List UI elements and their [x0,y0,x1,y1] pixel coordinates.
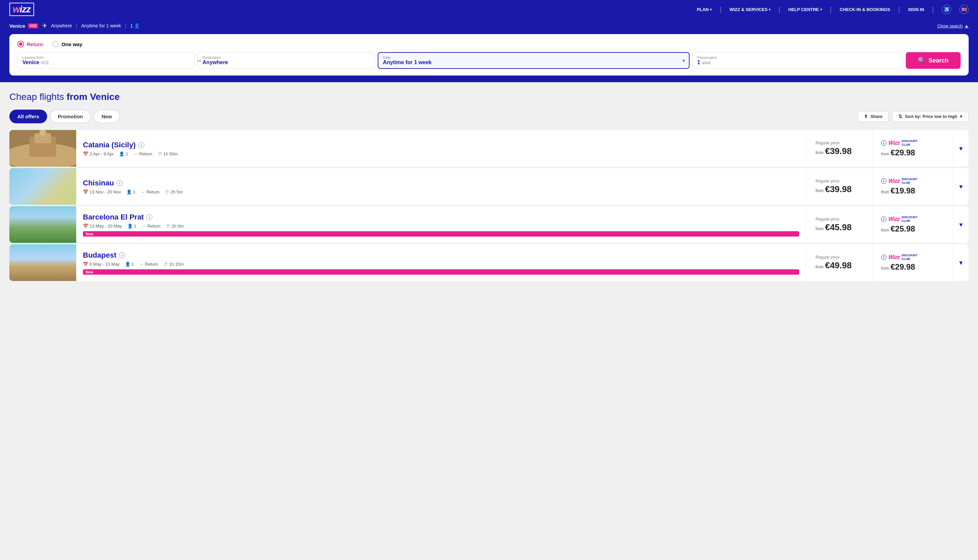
catania-regular-amount: €39.98 [825,146,852,156]
barcelona-expand-button[interactable]: ▾ [953,206,969,243]
flight-icon: ✈ [42,22,47,29]
chevron-down-icon: ▾ [959,144,963,152]
close-search-button[interactable]: Close search ▲ [937,23,969,28]
sort-chevron-icon: ▾ [960,114,962,119]
barcelona-regular-amount: €45.98 [825,222,852,232]
search-button[interactable]: 🔍 Search [906,52,961,69]
flight-info-catania: Catania (Sicily) i 📅 2 Apr - 9 Apr 👤 1 ↔… [76,130,806,167]
flight-image-chisinau [9,168,76,205]
return-icon: ↔ [142,223,146,228]
discount-info-icon[interactable]: i [881,140,886,146]
leaving-from-field[interactable]: Leaving from Venice VCE ⇒ [17,52,195,69]
tab-all-offers[interactable]: All offers [9,110,47,123]
person-icon: 👤 [127,223,133,228]
search-button-icon: 🔍 [918,57,925,64]
flight-card-chisinau: Chisinau i 📅 13 Nov - 20 Nov 👤 1 ↔ Retur… [9,168,969,205]
discount-info-icon[interactable]: i [881,217,886,222]
filter-tabs: All offers Promotion New [9,110,120,123]
sort-button[interactable]: ⇅ Sort by: Price low to high ▾ [892,111,969,122]
oneway-option[interactable]: One way [52,41,82,47]
share-button[interactable]: ⬆ Share [858,111,889,122]
flight-info-barcelona: Barcelona El Prat i 📅 13 May - 20 May 👤 … [76,206,806,243]
chisinau-info-icon[interactable]: i [117,180,123,186]
chisinau-dates: 📅 13 Nov - 20 Nov [83,190,121,195]
page-title: Cheap flights from Venice [9,92,969,102]
person-icon: 👤 [125,262,130,267]
barcelona-trip-type: ↔ Return [142,223,160,228]
nav-wizz-services[interactable]: WIZZ & SERVICES ▾ [729,7,770,12]
catania-info-icon[interactable]: i [139,142,144,148]
destination-field[interactable]: Destination Anywhere [197,52,375,69]
flight-info-chisinau: Chisinau i 📅 13 Nov - 20 Nov 👤 1 ↔ Retur… [76,168,806,205]
barcelona-passengers: 👤 1 [127,223,136,228]
barcelona-regular-price: Regular price from €45.98 [806,206,873,243]
language-flag-icon[interactable]: 🇬🇧 [959,5,969,14]
nav-plan[interactable]: PLAN ▾ [697,7,712,12]
wizz-discount-logo: Wizz [888,140,900,146]
calendar-icon: 📅 [83,152,88,157]
filter-actions: ⬆ Share ⇅ Sort by: Price low to high ▾ [858,111,969,122]
flight-card-catania: Catania (Sicily) i 📅 2 Apr - 9 Apr 👤 1 ↔… [9,130,969,167]
accessibility-icon[interactable]: ♿ [942,5,951,14]
budapest-info-icon[interactable]: i [119,252,125,258]
search-band: Venice VCE ✈ Anywhere | Anytime for 1 we… [0,19,978,34]
catania-discount-amount: €29.98 [890,148,915,157]
services-arrow-icon: ▾ [769,8,770,12]
catania-duration: ⏱ 1h 50m [158,152,178,157]
nav-help-centre[interactable]: HELP CENTRE ▾ [788,7,822,12]
catania-trip-type: ↔ Return [134,152,152,157]
clock-icon: ⏱ [164,262,168,267]
budapest-discount-amount: €29.98 [890,262,915,271]
flight-image-barcelona [9,206,76,243]
budapest-dates: 📅 6 May - 13 May [83,262,120,267]
passengers-field[interactable]: Passengers 1 adult [692,52,903,69]
passengers-value: 1 adult [697,60,898,65]
tab-promotion[interactable]: Promotion [50,110,91,123]
budapest-expand-button[interactable]: ▾ [953,244,969,281]
main-content: Cheap flights from Venice All offers Pro… [0,82,978,290]
discount-club-label: DISCOUNTCLUB [901,177,917,185]
tab-new[interactable]: New [93,110,120,123]
return-option[interactable]: Return [17,41,43,47]
catania-expand-button[interactable]: ▾ [953,130,969,167]
barcelona-discount-price: i Wizz DISCOUNTCLUB from €25.98 [873,206,953,243]
flight-image-budapest [9,244,76,281]
origin-city: Venice [9,23,25,29]
budapest-duration: ⏱ 1h 15m [164,262,184,267]
chisinau-expand-button[interactable]: ▾ [953,168,969,205]
destination-value: Anywhere [202,60,370,65]
return-radio-dot [19,42,22,46]
discount-club-label: DISCOUNTCLUB [901,139,917,147]
chevron-down-icon: ▾ [959,182,963,190]
return-icon: ↔ [141,190,145,195]
oneway-radio[interactable] [52,41,59,47]
wizz-logo[interactable]: wizz [9,3,34,16]
calendar-icon: 📅 [83,262,88,267]
calendar-icon: 📅 [83,223,88,228]
chisinau-details: 📅 13 Nov - 20 Nov 👤 1 ↔ Return ⏱ 2h 5m [83,190,799,195]
nav-checkin[interactable]: CHECK-IN & BOOKINGS [839,7,890,12]
leaving-to-destination-arrow: ⇒ [197,57,201,64]
search-form-section: Return One way Leaving from Venice VCE ⇒… [0,34,978,82]
chisinau-duration: ⏱ 2h 5m [165,190,182,195]
catania-regular-price: Regular price from €39.98 [806,130,873,167]
return-radio[interactable] [17,41,24,47]
discount-info-icon[interactable]: i [881,178,886,184]
calendar-icon: 📅 [83,190,88,195]
nav-sign-in[interactable]: SIGN IN [908,7,924,12]
discount-club-label: DISCOUNTCLUB [901,215,917,223]
band-date: Anytime for 1 week [81,23,121,28]
budapest-regular-amount: €49.98 [825,260,852,270]
discount-info-icon[interactable]: i [881,255,886,260]
barcelona-duration: ⏱ 2h 0m [166,223,184,228]
search-form-card: Return One way Leaving from Venice VCE ⇒… [9,34,969,75]
chisinau-discount-amount: €19.98 [890,186,915,195]
nav-links: PLAN ▾ | WIZZ & SERVICES ▾ | HELP CENTRE… [697,5,969,14]
barcelona-discount-amount: €25.98 [890,224,915,233]
barcelona-info-icon[interactable]: i [147,214,152,220]
budapest-trip-type: ↔ Return [139,262,158,267]
date-field[interactable]: Date Anytime for 1 week ▾ [378,52,689,69]
flight-card-barcelona: Barcelona El Prat i 📅 13 May - 20 May 👤 … [9,206,969,243]
person-icon: 👤 [126,190,132,195]
flight-image-catania [9,130,76,167]
